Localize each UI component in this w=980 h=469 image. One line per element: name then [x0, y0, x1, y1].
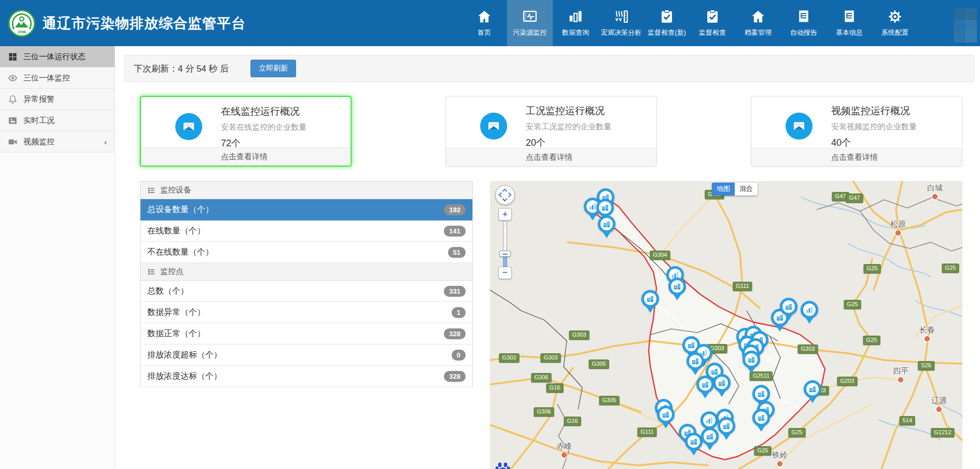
card-title: 视频监控运行概况: [831, 104, 917, 118]
road-label: G306: [531, 373, 552, 382]
road-label: 514: [900, 416, 915, 425]
mosaic-cell: [965, 20, 977, 31]
road-label: G303: [569, 330, 590, 340]
page-title: 通辽市污染物排放综合监管平台: [43, 14, 246, 33]
map-marker-building[interactable]: [596, 199, 614, 216]
map-marker-building[interactable]: [804, 380, 821, 398]
nav-item-label: 档案管理: [745, 28, 772, 37]
pan-left-icon[interactable]: [499, 192, 504, 198]
nav-item-archive[interactable]: 档案管理: [735, 0, 781, 46]
city-label: 白城: [927, 183, 943, 199]
road-label: G25: [844, 300, 861, 309]
sidebar-item-trinity-run-status[interactable]: 三位一体运行状态: [0, 46, 115, 67]
map-type-map[interactable]: 地图: [712, 183, 735, 196]
nav-item-label: 基本信息: [836, 28, 863, 37]
zoom-out-button[interactable]: −: [498, 267, 512, 279]
map-marker-building[interactable]: [743, 351, 760, 368]
stat-row[interactable]: 在线数量（个）141: [141, 220, 472, 242]
nav-item-pollution-monitor[interactable]: 污染源监控: [507, 0, 553, 46]
nav-item-label: 监督检查: [699, 28, 726, 37]
envelope-icon: [175, 113, 202, 140]
sidebar-item-video-monitor[interactable]: 视频监控‹: [0, 131, 115, 153]
stat-row[interactable]: 排放浓度超标（个）0: [141, 344, 472, 366]
nav-item-data-query[interactable]: 数据查询: [553, 0, 598, 46]
map-marker-building[interactable]: [718, 417, 735, 435]
zoom-slider-fill: [503, 256, 507, 267]
map-type-hybrid[interactable]: 混合: [735, 183, 758, 196]
nav-item-system-config[interactable]: 系统配置: [872, 0, 918, 46]
stat-value-badge: 141: [444, 226, 466, 237]
map-marker-building[interactable]: [701, 427, 719, 445]
card-details-link[interactable]: 点击查看详情: [446, 148, 656, 166]
sidebar-item-realtime-condition[interactable]: 实时工况: [0, 110, 115, 131]
stat-row[interactable]: 数据正常（个）328: [141, 323, 472, 344]
map-marker-building[interactable]: [598, 215, 615, 233]
map-marker-building[interactable]: [685, 433, 703, 450]
stat-row[interactable]: 数据异常（个）1: [141, 302, 472, 323]
card-condition-monitor[interactable]: 工况监控运行概况安装工况监控的企业数量20个点击查看详情: [445, 96, 657, 167]
stat-row[interactable]: 总数（个）331: [141, 281, 472, 302]
map-marker-building[interactable]: [780, 298, 797, 315]
map-marker-building[interactable]: [696, 376, 714, 393]
stat-label: 数据正常（个）: [147, 328, 205, 339]
refresh-now-button[interactable]: 立即刷新: [250, 60, 296, 77]
map-canvas[interactable]: G111G47G47G304G111G25G25G25G25G2511G303G…: [490, 181, 962, 469]
stat-row[interactable]: 不在线数量（个）51: [141, 242, 472, 263]
pan-up-icon[interactable]: [502, 189, 508, 194]
baidu-logo: [495, 462, 513, 469]
card-title: 工况监控运行概况: [526, 104, 611, 118]
road-label: G305: [599, 396, 620, 405]
road-label: S26: [918, 361, 934, 370]
nav-item-inspection-new[interactable]: 监督检查(新): [644, 0, 690, 46]
nav-item-home[interactable]: 首页: [461, 0, 507, 46]
stat-value-badge: 51: [448, 247, 466, 258]
grid-icon: [8, 52, 18, 62]
panel-section-title: 监控设备: [160, 185, 191, 195]
summary-cards: 在线监控运行概况安装在线监控的企业数量72个点击查看详情工况监控运行概况安装工况…: [140, 96, 962, 167]
map-marker-building[interactable]: [641, 290, 659, 308]
card-video-monitor[interactable]: 视频监控运行概况安装视频监控的企业数量40个点击查看详情: [751, 96, 962, 167]
nav-item-auto-report[interactable]: 自动报告: [781, 0, 827, 46]
map-marker-chart[interactable]: [701, 411, 718, 429]
stat-label: 总数（个）: [147, 286, 189, 297]
nav-item-inspection[interactable]: 监督检查: [690, 0, 735, 46]
road-label: G25: [942, 264, 959, 273]
road-label: G303: [798, 344, 818, 354]
gear-icon: [887, 9, 903, 24]
sidebar-item-label: 异常报警: [23, 94, 54, 104]
card-online-monitor[interactable]: 在线监控运行概况安装在线监控的企业数量72个点击查看详情: [140, 96, 352, 167]
zoom-slider-track[interactable]: [503, 222, 507, 252]
map-marker-building[interactable]: [668, 278, 686, 295]
nav-item-label: 宏观决策分析: [601, 28, 641, 37]
stat-label: 在线数量（个）: [147, 226, 205, 237]
sidebar: 三位一体运行状态三位一体监控异常报警实时工况视频监控‹: [0, 46, 115, 469]
map-marker-building[interactable]: [752, 409, 770, 426]
sidebar-item-label: 三位一体监控: [23, 73, 70, 83]
stat-row[interactable]: 排放浓度达标（个）328: [141, 366, 472, 387]
map-marker-building[interactable]: [713, 374, 731, 392]
sidebar-item-abnormal-alarm[interactable]: 异常报警: [0, 89, 115, 110]
refresh-bar: 下次刷新：4 分 54 秒 后 立即刷新: [124, 55, 974, 82]
nav-item-basic-info[interactable]: 基本信息: [827, 0, 872, 46]
pan-down-icon[interactable]: [502, 197, 508, 202]
card-details-link[interactable]: 点击查看详情: [751, 148, 962, 166]
card-details-link[interactable]: 点击查看详情: [141, 147, 351, 165]
stat-row[interactable]: 总设备数量（个）192: [141, 199, 472, 220]
bell-icon: [8, 94, 18, 104]
map-marker-building[interactable]: [657, 406, 675, 423]
map-marker-chart[interactable]: [801, 301, 818, 319]
zoom-slider-handle[interactable]: [499, 251, 511, 257]
pan-right-icon[interactable]: [507, 192, 512, 198]
report-icon: [796, 9, 811, 24]
stat-label: 总设备数量（个）: [147, 204, 214, 215]
zoom-in-button[interactable]: +: [498, 208, 512, 220]
sidebar-item-label: 实时工况: [23, 116, 54, 126]
sidebar-item-trinity-monitor[interactable]: 三位一体监控: [0, 67, 115, 89]
map-marker-building[interactable]: [752, 385, 770, 403]
blurred-widget: [943, 8, 977, 43]
card-subtitle: 安装工况监控的企业数量: [526, 122, 611, 132]
map-marker-building[interactable]: [687, 352, 704, 370]
nav-item-macro-analysis[interactable]: 宏观决策分析: [598, 0, 644, 46]
home-icon: [477, 9, 492, 24]
map-pan-control[interactable]: [495, 185, 515, 205]
